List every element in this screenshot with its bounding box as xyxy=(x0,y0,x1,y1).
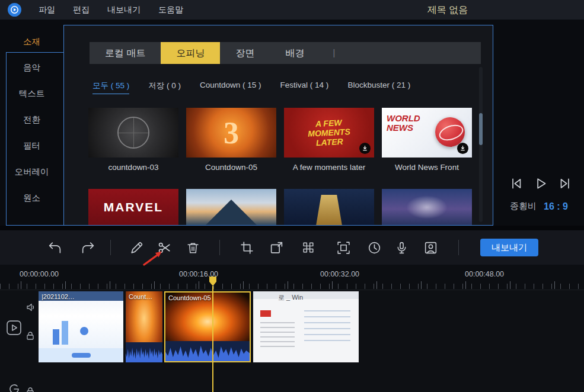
tab-opening[interactable]: 오피닝 xyxy=(161,42,220,64)
thumb-chart-bar xyxy=(53,329,59,345)
voiceover-button[interactable] xyxy=(391,237,412,258)
menu-item-export[interactable]: 내보내기 xyxy=(98,0,149,20)
thumb-text-lines xyxy=(260,322,295,348)
sidebar-item-music[interactable]: 음악 xyxy=(0,54,63,81)
video-track-play-icon xyxy=(6,320,22,336)
thumbnail-countdown-05: 3 xyxy=(186,108,276,158)
microphone-icon xyxy=(394,240,409,255)
media-grid-row1: countdown-03 3 Countdown-05 A FEW MOMENT… xyxy=(88,108,472,172)
sidebar-item-overlay[interactable]: 오버레이 xyxy=(0,159,63,185)
filter-countdown[interactable]: Countdown ( 15 ) xyxy=(200,81,261,94)
undo-button[interactable] xyxy=(44,237,65,258)
sidebar-item-materials[interactable]: 소재 xyxy=(0,28,63,54)
media-card-castle[interactable] xyxy=(382,189,472,226)
export-button[interactable]: 내보내기 xyxy=(480,239,538,256)
media-label: countdown-03 xyxy=(88,163,178,172)
media-card-20th[interactable] xyxy=(284,189,374,226)
media-card-countdown-05[interactable]: 3 Countdown-05 xyxy=(186,108,276,172)
ruler-ticks-minor xyxy=(0,284,584,289)
clip-thumb-header xyxy=(253,291,359,299)
track2-glyph-icon xyxy=(7,382,21,392)
media-card-mountain[interactable] xyxy=(186,189,276,226)
ruler-time-label: 00:00:00.00 xyxy=(20,270,59,278)
tab-separator: | xyxy=(320,42,335,64)
portrait-icon xyxy=(423,240,438,255)
library-panel: 로컬 매트 오피닝 장면 배경 | 모두 ( 55 ) 저장 ( 0 ) Cou… xyxy=(63,25,493,226)
audio-waveform xyxy=(126,342,162,362)
sidebar-item-elements[interactable]: 원소 xyxy=(0,185,63,211)
speaker-icon xyxy=(26,303,36,312)
cameo-button[interactable] xyxy=(420,237,441,258)
lock-track2-button[interactable] xyxy=(26,387,34,392)
previous-frame-button[interactable] xyxy=(509,176,524,191)
freeze-frame-button[interactable] xyxy=(333,237,354,258)
filter-festival[interactable]: Festival ( 14 ) xyxy=(280,81,329,94)
timeline-clip-2[interactable]: Count… xyxy=(126,291,162,362)
timeline-clip-3-selected[interactable]: Countdown-05 xyxy=(164,291,251,362)
timeline-ruler[interactable]: 00:00:00.00 00:00:16.00 00:00:32.00 00:0… xyxy=(0,265,584,290)
thumb-button-pill xyxy=(72,353,91,358)
thumb-chart-bar xyxy=(62,321,68,345)
sidebar-item-filter[interactable]: 필터 xyxy=(0,133,63,159)
sidebar-item-transition[interactable]: 전환 xyxy=(0,107,63,133)
menu-item-help[interactable]: 도움말 xyxy=(149,0,192,20)
menu-item-edit[interactable]: 편집 xyxy=(64,0,98,20)
filter-all[interactable]: 모두 ( 55 ) xyxy=(92,81,129,94)
play-button[interactable] xyxy=(533,176,548,191)
thumbnail-moments-later: A FEW MOMENTS LATER xyxy=(284,108,374,158)
app-logo-icon xyxy=(8,3,21,17)
window-title: 제목 없음 xyxy=(409,0,486,20)
tab-scene[interactable]: 장면 xyxy=(220,42,270,64)
thumbnail-20th xyxy=(284,189,374,226)
thumb-graphic-dot xyxy=(80,327,88,335)
timeline-clip-4[interactable]: 로 _ Win xyxy=(253,291,359,362)
sidebar-item-text[interactable]: 텍스트 xyxy=(0,81,63,107)
preview-transport-controls xyxy=(509,176,573,191)
lock-icon xyxy=(26,387,34,392)
media-label: World News Front xyxy=(382,163,472,172)
mosaic-button[interactable] xyxy=(298,237,319,258)
clip-label: Countdown-05 xyxy=(168,294,211,301)
timeline-clip-1[interactable]: |2021102… xyxy=(39,291,123,362)
ruler-time-label: 00:00:32.00 xyxy=(320,270,359,278)
media-label: Countdown-05 xyxy=(186,163,276,172)
clip-label: |2021102… xyxy=(42,293,75,300)
annotation-arrow xyxy=(141,249,166,266)
audio-waveform xyxy=(165,341,250,361)
media-card-marvel[interactable]: MARVEL xyxy=(88,189,178,226)
lock-track-button[interactable] xyxy=(26,331,34,343)
delete-button[interactable] xyxy=(182,237,203,258)
media-card-countdown-03[interactable]: countdown-03 xyxy=(88,108,178,172)
tab-background[interactable]: 배경 xyxy=(270,42,320,64)
mute-track-button[interactable] xyxy=(26,303,36,314)
media-card-moments-later[interactable]: A FEW MOMENTS LATER A few moments later xyxy=(284,108,374,172)
menu-item-file[interactable]: 파일 xyxy=(30,0,64,20)
download-icon[interactable] xyxy=(359,143,371,154)
freeze-frame-icon xyxy=(336,240,351,255)
redo-icon xyxy=(81,240,95,255)
thumb-graphic-red xyxy=(260,310,271,317)
redo-button[interactable] xyxy=(77,237,98,258)
next-frame-button[interactable] xyxy=(557,176,573,191)
download-icon[interactable] xyxy=(457,143,468,154)
tab-local-matte[interactable]: 로컬 매트 xyxy=(90,42,161,64)
library-filter-row: 모두 ( 55 ) 저장 ( 0 ) Countdown ( 15 ) Fest… xyxy=(92,81,410,94)
crop-button[interactable] xyxy=(236,237,257,258)
top-menu-bar: 파일 편집 내보내기 도움말 제목 없음 xyxy=(0,0,584,20)
duration-button[interactable] xyxy=(363,237,385,258)
aspect-ratio-label: 종횡비 xyxy=(510,201,537,212)
aspect-ratio-value[interactable]: 16 : 9 xyxy=(544,201,568,212)
scrollbar-thumb[interactable] xyxy=(479,113,483,145)
track2-icon xyxy=(7,382,21,392)
zoom-button[interactable] xyxy=(266,237,287,258)
play-logo-icon xyxy=(9,5,20,15)
thumb-title-text: WORLD NEWS xyxy=(387,114,428,133)
filter-blockbuster[interactable]: Blockbuster ( 21 ) xyxy=(347,81,410,94)
library-tab-bar: 로컬 매트 오피닝 장면 배경 | xyxy=(90,42,481,64)
crop-icon xyxy=(240,240,254,255)
media-card-world-news[interactable]: WORLD NEWS World News Front xyxy=(382,108,472,172)
thumb-text-lines xyxy=(304,310,350,346)
toolbar-separator xyxy=(110,240,111,255)
filter-saved[interactable]: 저장 ( 0 ) xyxy=(148,81,181,94)
edit-toolbar: 내보내기 xyxy=(0,230,584,265)
